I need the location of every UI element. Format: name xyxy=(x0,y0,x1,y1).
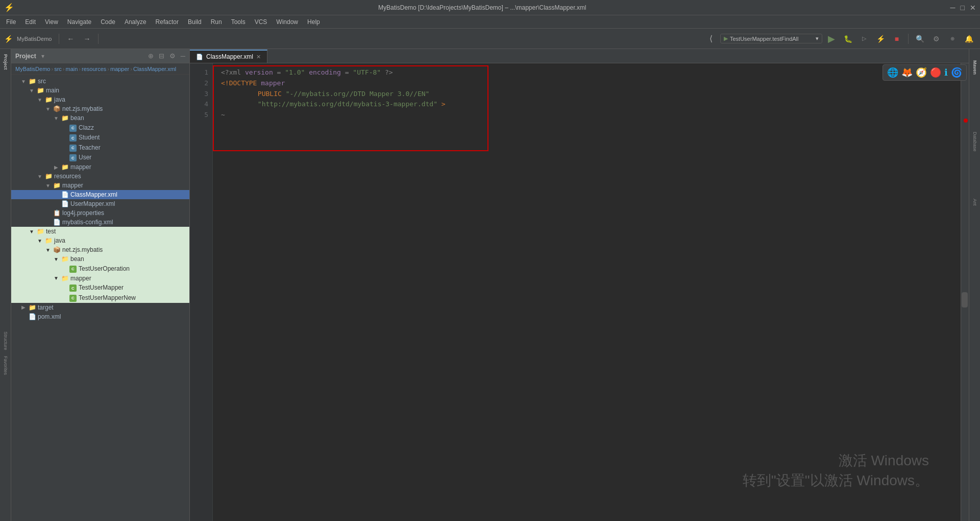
menu-view[interactable]: View xyxy=(41,17,62,27)
tree-label: java xyxy=(54,96,65,103)
coverage-button[interactable]: ▷ xyxy=(857,32,871,46)
project-title: Project xyxy=(15,53,36,60)
tree-item-log4j[interactable]: 📋 log4j.properties xyxy=(11,208,189,218)
toolbar-label: MyBatisDemo xyxy=(17,36,52,42)
firefox-icon[interactable]: 🦊 xyxy=(901,67,913,78)
tree-item-testusermappernew[interactable]: C TestUserMapperNew xyxy=(11,293,189,303)
tree-item-testusermapper[interactable]: C TestUserMapper xyxy=(11,283,189,293)
settings-gear-icon[interactable]: ⚙ xyxy=(169,52,176,60)
tree-item-test[interactable]: ▼ 📁 test xyxy=(11,227,189,236)
debug-button[interactable]: 🐛 xyxy=(841,32,855,46)
tree-item-bean-main[interactable]: ▼ 📁 bean xyxy=(11,113,189,123)
maven-panel-tab[interactable]: Maven xyxy=(971,57,978,78)
database-panel-tab[interactable]: Database xyxy=(971,129,978,155)
tree-item-package-main[interactable]: ▼ 📦 net.zjs.mybatis xyxy=(11,104,189,113)
edge-icon[interactable]: 🌀 xyxy=(951,67,962,78)
tree-item-mapper-test[interactable]: ▼ 📁 mapper xyxy=(11,274,189,283)
tree-item-mybatis-config[interactable]: 📄 mybatis-config.xml xyxy=(11,218,189,227)
tree-item-student[interactable]: C Student xyxy=(11,133,189,143)
editor-tab-classmapper[interactable]: 📄 ClassMapper.xml ✕ xyxy=(190,50,267,63)
tree-item-teacher[interactable]: C Teacher xyxy=(11,143,189,153)
menu-file[interactable]: File xyxy=(2,17,20,27)
tree-item-pomxml[interactable]: 📄 pom.xml xyxy=(11,312,189,321)
expand-arrow-icon: ▶ xyxy=(52,164,60,170)
tree-item-user[interactable]: C User xyxy=(11,153,189,163)
tab-label: ClassMapper.xml xyxy=(206,53,253,60)
scrollbar-thumb[interactable] xyxy=(962,292,968,307)
dropdown-arrow-icon: ▾ xyxy=(816,35,819,42)
tree-item-src[interactable]: ▼ 📁 src xyxy=(11,77,189,86)
tree-item-classmapper-xml[interactable]: 📄 ClassMapper.xml xyxy=(11,190,189,199)
expand-arrow-icon: ▶ xyxy=(19,304,28,310)
scrollbar-right[interactable] xyxy=(961,63,969,521)
package-icon: 📦 xyxy=(52,105,61,112)
collapse-icon[interactable]: ⊟ xyxy=(159,52,164,60)
search-everywhere-button[interactable]: 🔍 xyxy=(913,32,927,46)
tree-label: TestUserMapperNew xyxy=(79,294,136,301)
project-panel-tab[interactable]: Project xyxy=(2,51,9,73)
minimize-panel-icon[interactable]: ─ xyxy=(181,52,185,60)
menu-build[interactable]: Build xyxy=(184,17,206,27)
tree-item-java[interactable]: ▼ 📁 java xyxy=(11,95,189,104)
menu-window[interactable]: Window xyxy=(272,17,302,27)
expand-arrow-icon: ▼ xyxy=(28,229,36,234)
run-button[interactable]: ▶ xyxy=(824,32,839,46)
tree-item-testuseroperation[interactable]: C TestUserOperation xyxy=(11,264,189,274)
bc-mybatisdemo[interactable]: MyBatisDemo xyxy=(15,66,50,72)
profile-button[interactable]: ⚡ xyxy=(873,32,888,46)
structure-panel-tab[interactable]: Structure xyxy=(2,328,9,353)
tree-item-java-test[interactable]: ▼ 📁 java xyxy=(11,236,189,245)
back-button[interactable]: ← xyxy=(63,32,78,46)
menu-tools[interactable]: Tools xyxy=(227,17,250,27)
project-icon: ⚡ xyxy=(4,35,13,43)
bc-mapper[interactable]: mapper xyxy=(110,66,129,72)
minimize-button[interactable]: ─ xyxy=(950,4,955,12)
chrome-icon[interactable]: 🌐 xyxy=(887,67,898,78)
menu-edit[interactable]: Edit xyxy=(21,17,40,27)
package-icon: 📦 xyxy=(52,246,61,253)
ant-panel-tab[interactable]: Ant xyxy=(971,196,978,209)
tree-item-mapper-java[interactable]: ▶ 📁 mapper xyxy=(11,162,189,172)
props-icon: 📋 xyxy=(52,209,61,217)
tree-item-package-test[interactable]: ▼ 📦 net.zjs.mybatis xyxy=(11,245,189,254)
bc-resources[interactable]: resources xyxy=(82,66,106,72)
run-config-dropdown[interactable]: ▶ TestUserMapper.testFindAll ▾ xyxy=(720,34,822,43)
tree-label: bean xyxy=(70,255,84,263)
tree-item-clazz[interactable]: C Clazz xyxy=(11,123,189,133)
menu-navigate[interactable]: Navigate xyxy=(63,17,95,27)
notifications-button[interactable]: 🔔 xyxy=(962,32,976,46)
bc-main[interactable]: main xyxy=(65,66,78,72)
maximize-button[interactable]: □ xyxy=(961,4,965,12)
safari-icon[interactable]: 🧭 xyxy=(916,67,927,78)
favorites-panel-tab[interactable]: Favorites xyxy=(2,353,9,378)
settings-button[interactable]: ⚙ xyxy=(929,32,943,46)
add-icon[interactable]: ⊕ xyxy=(148,52,154,60)
tree-item-bean-test[interactable]: ▼ 📁 bean xyxy=(11,254,189,264)
close-button[interactable]: ✕ xyxy=(970,4,976,12)
tab-close-button[interactable]: ✕ xyxy=(256,54,261,60)
menu-analyze[interactable]: Analyze xyxy=(120,17,151,27)
ie-icon[interactable]: ℹ xyxy=(944,67,948,78)
test-folder-icon: 📁 xyxy=(36,228,45,235)
menu-refactor[interactable]: Refactor xyxy=(152,17,183,27)
bc-src[interactable]: src xyxy=(54,66,62,72)
line-number: 4 xyxy=(190,99,208,110)
menu-run[interactable]: Run xyxy=(207,17,226,27)
tree-item-mapper-resources[interactable]: ▼ 📁 mapper xyxy=(11,181,189,190)
expand-arrow-icon: ▼ xyxy=(19,79,28,84)
back-nav-button[interactable]: ⟨ xyxy=(704,32,718,46)
tree-item-target[interactable]: ▶ 📁 target xyxy=(11,303,189,312)
tree-item-usermapper-xml[interactable]: 📄 UserMapper.xml xyxy=(11,199,189,208)
menu-code[interactable]: Code xyxy=(96,17,119,27)
tree-item-resources[interactable]: ▼ 📁 resources xyxy=(11,172,189,181)
zoom-button[interactable]: ⊕ xyxy=(945,32,960,46)
tree-item-main[interactable]: ▼ 📁 main xyxy=(11,86,189,95)
stop-button[interactable]: ■ xyxy=(890,32,904,46)
code-editor[interactable]: <?xml version = "1.0" encoding = "UTF-8"… xyxy=(213,63,969,521)
bc-classmapper[interactable]: ClassMapper.xml xyxy=(133,66,176,72)
forward-button[interactable]: → xyxy=(80,32,94,46)
menu-help[interactable]: Help xyxy=(303,17,324,27)
opera-icon[interactable]: 🔴 xyxy=(930,67,941,78)
menu-vcs[interactable]: VCS xyxy=(251,17,272,27)
code-line-4: "http://mybatis.org/dtd/mybatis-3-mapper… xyxy=(221,99,961,110)
